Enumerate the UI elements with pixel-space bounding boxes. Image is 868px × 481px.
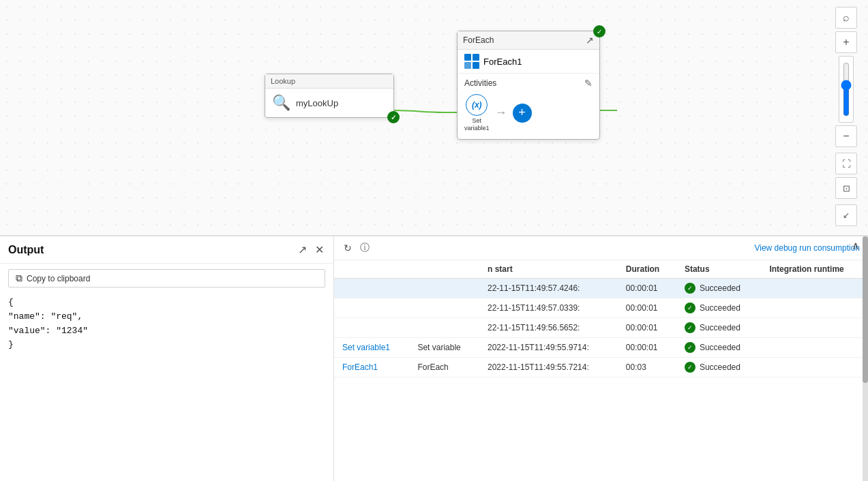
activity-name-link[interactable]: Set variable1 — [342, 343, 390, 352]
lookup-node-label: myLookUp — [296, 98, 338, 108]
row-run-start: 22-11-15T11:49:57.0339: — [479, 298, 618, 318]
row-duration: 00:00:01 — [618, 279, 676, 298]
arrow-right-icon: → — [495, 106, 507, 120]
collapse-button[interactable]: ↙ — [835, 204, 857, 226]
copy-icon: ⧉ — [16, 273, 23, 284]
col-runtime: Integration runtime — [761, 260, 868, 279]
connector-lines — [0, 0, 868, 235]
col-type — [409, 260, 479, 279]
view-debug-link[interactable]: View debug run consumption — [754, 243, 860, 253]
table-row[interactable]: 22-11-15T11:49:57.0339: 00:00:01 ✓ Succe… — [334, 298, 868, 318]
set-variable-label: Setvariable1 — [464, 117, 490, 132]
row-status: ✓ Succeeded — [676, 338, 761, 358]
row-name — [334, 318, 409, 338]
status-success-icon: ✓ — [685, 362, 695, 373]
run-details-toolbar: ↻ ⓘ View debug run consumption — [334, 236, 868, 260]
edit-activities-icon[interactable]: ✎ — [584, 78, 593, 89]
foreach-header-title: ForEach — [463, 35, 494, 45]
table-row[interactable]: 22-11-15T11:49:56.5652: 00:00:01 ✓ Succe… — [334, 318, 868, 338]
lookup-node[interactable]: Lookup 🔍 myLookUp ✓ — [265, 74, 394, 118]
row-run-start: 22-11-15T11:49:57.4246: — [479, 279, 618, 298]
foreach-grid-icon — [464, 54, 479, 69]
row-name: Set variable1 — [334, 338, 409, 358]
col-status: Status — [676, 260, 761, 279]
row-duration: 00:00:01 — [618, 338, 676, 358]
output-header: Output ↗ ✕ — [0, 236, 333, 264]
row-name — [334, 279, 409, 298]
activities-body: (x) Setvariable1 → + — [464, 94, 593, 132]
table-row[interactable]: 22-11-15T11:49:57.4246: 00:00:01 ✓ Succe… — [334, 279, 868, 298]
row-runtime — [761, 358, 868, 377]
fit-screen-button[interactable]: ⛶ — [835, 153, 857, 174]
info-button[interactable]: ⓘ — [359, 240, 371, 255]
output-line-4: } — [8, 338, 325, 352]
row-duration: 00:00:01 — [618, 318, 676, 338]
status-success-icon: ✓ — [685, 302, 695, 313]
table-row[interactable]: ForEach1 ForEach 2022-11-15T11:49:55.721… — [334, 358, 868, 377]
add-activity-button[interactable]: + — [513, 104, 532, 123]
output-title: Output — [8, 244, 44, 256]
fit-all-button[interactable]: ⊡ — [835, 177, 857, 199]
collapse-icon: ↙ — [843, 211, 850, 220]
search-button[interactable]: ⌕ — [835, 7, 857, 29]
row-type — [409, 279, 479, 298]
activities-label: Activities — [464, 78, 496, 88]
output-header-actions: ↗ ✕ — [297, 242, 325, 258]
zoom-out-button[interactable]: − — [835, 125, 857, 147]
row-run-start: 2022-11-15T11:49:55.9714: — [479, 338, 618, 358]
row-runtime — [761, 298, 868, 318]
row-type: ForEach — [409, 358, 479, 377]
row-status: ✓ Succeeded — [676, 318, 761, 338]
scrollbar-thumb[interactable] — [863, 236, 868, 383]
run-details-actions: ↻ ⓘ — [342, 240, 371, 255]
run-table-body: 22-11-15T11:49:57.4246: 00:00:01 ✓ Succe… — [334, 279, 868, 377]
close-output-button[interactable]: ✕ — [314, 242, 325, 258]
run-details-panel: ↻ ⓘ View debug run consumption n start D… — [334, 236, 868, 481]
set-variable-node[interactable]: (x) Setvariable1 — [464, 94, 490, 132]
zoom-slider[interactable] — [839, 62, 853, 117]
fit-all-icon: ⊡ — [843, 183, 850, 193]
expand-icon[interactable]: ↗ — [586, 35, 594, 46]
row-runtime — [761, 338, 868, 358]
row-runtime — [761, 279, 868, 298]
lookup-success-badge: ✓ — [387, 111, 400, 123]
status-success-icon: ✓ — [685, 342, 695, 353]
lookup-icon: 🔍 — [272, 94, 290, 112]
copy-button-label: Copy to clipboard — [27, 274, 90, 283]
expand-output-button[interactable]: ↗ — [297, 242, 308, 258]
pipeline-canvas[interactable]: Lookup 🔍 myLookUp ✓ ForEach ↗ ForEach1 — [0, 0, 868, 236]
row-status: ✓ Succeeded — [676, 298, 761, 318]
foreach-activities: Activities ✎ (x) Setvariable1 → + — [458, 74, 599, 139]
row-name: ForEach1 — [334, 358, 409, 377]
run-table-container[interactable]: n start Duration Status Integration runt… — [334, 260, 868, 481]
set-variable-icon: (x) — [466, 94, 488, 116]
lookup-node-header: Lookup — [265, 74, 393, 89]
col-name — [334, 260, 409, 279]
row-run-start: 2022-11-15T11:49:55.7214: — [479, 358, 618, 377]
activity-name-link[interactable]: ForEach1 — [342, 362, 378, 372]
panel-collapse-button[interactable]: ∧ — [852, 239, 860, 252]
bottom-panel: ∧ Output ↗ ✕ ⧉ Copy to clipboard { "name… — [0, 236, 868, 481]
foreach-node[interactable]: ForEach ↗ ForEach1 Activities ✎ — [457, 31, 600, 140]
fit-screen-icon: ⛶ — [842, 159, 851, 169]
status-success-icon: ✓ — [685, 322, 695, 333]
row-run-start: 22-11-15T11:49:56.5652: — [479, 318, 618, 338]
row-duration: 00:03 — [618, 358, 676, 377]
output-line-2: "name": "req", — [8, 310, 325, 324]
table-row[interactable]: Set variable1 Set variable 2022-11-15T11… — [334, 338, 868, 358]
zoom-in-button[interactable]: + — [835, 31, 857, 53]
foreach-node-title: ForEach1 — [483, 57, 522, 67]
row-status: ✓ Succeeded — [676, 358, 761, 377]
row-name — [334, 298, 409, 318]
right-scrollbar[interactable] — [863, 236, 868, 481]
copy-to-clipboard-button[interactable]: ⧉ Copy to clipboard — [8, 269, 325, 288]
row-type — [409, 318, 479, 338]
run-table-header: n start Duration Status Integration runt… — [334, 260, 868, 279]
run-table: n start Duration Status Integration runt… — [334, 260, 868, 377]
row-status: ✓ Succeeded — [676, 279, 761, 298]
row-type: Set variable — [409, 338, 479, 358]
output-content: { "name": "req", "value": "1234" } — [0, 293, 333, 481]
refresh-button[interactable]: ↻ — [342, 241, 353, 255]
output-line-3: "value": "1234" — [8, 324, 325, 339]
search-icon: ⌕ — [843, 12, 850, 24]
